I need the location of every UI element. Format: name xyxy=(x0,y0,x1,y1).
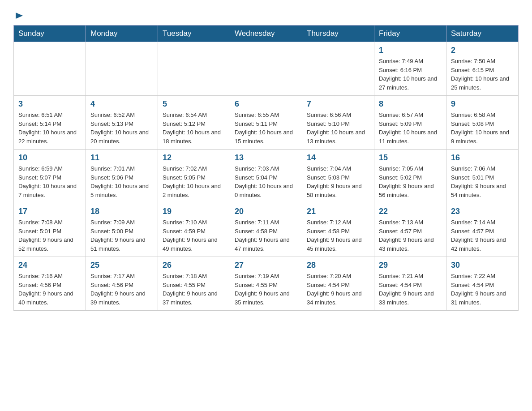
day-info: Sunrise: 7:16 AM Sunset: 4:56 PM Dayligh… xyxy=(18,272,81,307)
calendar-day-cell: 9Sunrise: 6:58 AM Sunset: 5:08 PM Daylig… xyxy=(446,96,519,150)
day-number: 17 xyxy=(18,207,81,216)
calendar-day-cell: 6Sunrise: 6:55 AM Sunset: 5:11 PM Daylig… xyxy=(230,96,302,150)
day-number: 20 xyxy=(235,207,297,216)
calendar-day-cell: 25Sunrise: 7:17 AM Sunset: 4:56 PM Dayli… xyxy=(86,257,158,311)
day-info: Sunrise: 7:10 AM Sunset: 4:59 PM Dayligh… xyxy=(163,218,225,253)
day-number: 1 xyxy=(379,46,442,55)
day-number: 7 xyxy=(307,99,369,109)
day-info: Sunrise: 7:20 AM Sunset: 4:54 PM Dayligh… xyxy=(307,272,369,307)
day-number: 29 xyxy=(379,261,442,270)
calendar-day-cell: 4Sunrise: 6:52 AM Sunset: 5:13 PM Daylig… xyxy=(86,96,158,150)
day-info: Sunrise: 6:54 AM Sunset: 5:12 PM Dayligh… xyxy=(163,111,225,146)
day-number: 23 xyxy=(451,207,514,216)
day-number: 15 xyxy=(379,153,442,163)
day-info: Sunrise: 6:58 AM Sunset: 5:08 PM Dayligh… xyxy=(451,111,514,146)
day-number: 26 xyxy=(163,261,225,270)
calendar-day-cell: 26Sunrise: 7:18 AM Sunset: 4:55 PM Dayli… xyxy=(158,257,230,311)
day-info: Sunrise: 7:08 AM Sunset: 5:01 PM Dayligh… xyxy=(18,218,81,253)
calendar-day-cell: 28Sunrise: 7:20 AM Sunset: 4:54 PM Dayli… xyxy=(302,257,374,311)
logo-arrow-icon xyxy=(15,11,25,21)
day-info: Sunrise: 6:56 AM Sunset: 5:10 PM Dayligh… xyxy=(307,111,369,146)
day-info: Sunrise: 7:06 AM Sunset: 5:01 PM Dayligh… xyxy=(451,164,514,199)
calendar-day-cell: 19Sunrise: 7:10 AM Sunset: 4:59 PM Dayli… xyxy=(158,203,230,257)
day-info: Sunrise: 7:49 AM Sunset: 6:16 PM Dayligh… xyxy=(379,57,442,92)
calendar-header-thursday: Thursday xyxy=(302,26,374,42)
day-number: 24 xyxy=(18,261,81,270)
calendar: SundayMondayTuesdayWednesdayThursdayFrid… xyxy=(13,25,519,311)
calendar-day-cell: 15Sunrise: 7:05 AM Sunset: 5:02 PM Dayli… xyxy=(374,150,446,203)
day-info: Sunrise: 7:18 AM Sunset: 4:55 PM Dayligh… xyxy=(163,272,225,307)
day-info: Sunrise: 7:19 AM Sunset: 4:55 PM Dayligh… xyxy=(235,272,297,307)
day-number: 2 xyxy=(451,46,514,55)
day-number: 27 xyxy=(235,261,297,270)
calendar-header-monday: Monday xyxy=(86,26,158,42)
calendar-day-cell xyxy=(158,42,230,96)
day-number: 9 xyxy=(451,99,514,109)
calendar-day-cell: 12Sunrise: 7:02 AM Sunset: 5:05 PM Dayli… xyxy=(158,150,230,203)
day-number: 16 xyxy=(451,153,514,163)
calendar-day-cell: 22Sunrise: 7:13 AM Sunset: 4:57 PM Dayli… xyxy=(374,203,446,257)
day-info: Sunrise: 7:22 AM Sunset: 4:54 PM Dayligh… xyxy=(451,272,514,307)
day-info: Sunrise: 6:59 AM Sunset: 5:07 PM Dayligh… xyxy=(18,164,81,199)
day-number: 30 xyxy=(451,261,514,270)
day-info: Sunrise: 6:57 AM Sunset: 5:09 PM Dayligh… xyxy=(379,111,442,146)
svg-marker-0 xyxy=(16,13,23,19)
day-info: Sunrise: 7:09 AM Sunset: 5:00 PM Dayligh… xyxy=(90,218,153,253)
logo xyxy=(13,9,25,21)
day-info: Sunrise: 7:11 AM Sunset: 4:58 PM Dayligh… xyxy=(235,218,297,253)
calendar-day-cell xyxy=(14,42,86,96)
calendar-day-cell: 16Sunrise: 7:06 AM Sunset: 5:01 PM Dayli… xyxy=(446,150,519,203)
day-number: 8 xyxy=(379,99,442,109)
day-info: Sunrise: 7:02 AM Sunset: 5:05 PM Dayligh… xyxy=(163,164,225,199)
calendar-day-cell xyxy=(302,42,374,96)
calendar-day-cell: 8Sunrise: 6:57 AM Sunset: 5:09 PM Daylig… xyxy=(374,96,446,150)
calendar-header-wednesday: Wednesday xyxy=(230,26,302,42)
day-number: 13 xyxy=(235,153,297,163)
calendar-day-cell: 21Sunrise: 7:12 AM Sunset: 4:58 PM Dayli… xyxy=(302,203,374,257)
calendar-day-cell: 14Sunrise: 7:04 AM Sunset: 5:03 PM Dayli… xyxy=(302,150,374,203)
day-number: 21 xyxy=(307,207,369,216)
day-info: Sunrise: 7:12 AM Sunset: 4:58 PM Dayligh… xyxy=(307,218,369,253)
day-number: 28 xyxy=(307,261,369,270)
calendar-header-saturday: Saturday xyxy=(446,26,519,42)
calendar-day-cell: 7Sunrise: 6:56 AM Sunset: 5:10 PM Daylig… xyxy=(302,96,374,150)
day-info: Sunrise: 7:50 AM Sunset: 6:15 PM Dayligh… xyxy=(451,57,514,92)
calendar-day-cell xyxy=(86,42,158,96)
day-number: 6 xyxy=(235,99,297,109)
calendar-header-tuesday: Tuesday xyxy=(158,26,230,42)
calendar-day-cell xyxy=(230,42,302,96)
calendar-day-cell: 13Sunrise: 7:03 AM Sunset: 5:04 PM Dayli… xyxy=(230,150,302,203)
calendar-day-cell: 11Sunrise: 7:01 AM Sunset: 5:06 PM Dayli… xyxy=(86,150,158,203)
calendar-week-row: 3Sunrise: 6:51 AM Sunset: 5:14 PM Daylig… xyxy=(14,96,519,150)
day-info: Sunrise: 7:03 AM Sunset: 5:04 PM Dayligh… xyxy=(235,164,297,199)
calendar-day-cell: 30Sunrise: 7:22 AM Sunset: 4:54 PM Dayli… xyxy=(446,257,519,311)
calendar-header-sunday: Sunday xyxy=(14,26,86,42)
calendar-header-row: SundayMondayTuesdayWednesdayThursdayFrid… xyxy=(14,26,519,42)
calendar-day-cell: 17Sunrise: 7:08 AM Sunset: 5:01 PM Dayli… xyxy=(14,203,86,257)
calendar-header-friday: Friday xyxy=(374,26,446,42)
calendar-week-row: 1Sunrise: 7:49 AM Sunset: 6:16 PM Daylig… xyxy=(14,42,519,96)
day-number: 19 xyxy=(163,207,225,216)
day-info: Sunrise: 7:21 AM Sunset: 4:54 PM Dayligh… xyxy=(379,272,442,307)
day-info: Sunrise: 7:17 AM Sunset: 4:56 PM Dayligh… xyxy=(90,272,153,307)
day-number: 25 xyxy=(90,261,153,270)
day-number: 12 xyxy=(163,153,225,163)
day-info: Sunrise: 7:14 AM Sunset: 4:57 PM Dayligh… xyxy=(451,218,514,253)
calendar-week-row: 10Sunrise: 6:59 AM Sunset: 5:07 PM Dayli… xyxy=(14,150,519,203)
day-number: 11 xyxy=(90,153,153,163)
day-number: 4 xyxy=(90,99,153,109)
calendar-day-cell: 27Sunrise: 7:19 AM Sunset: 4:55 PM Dayli… xyxy=(230,257,302,311)
day-number: 5 xyxy=(163,99,225,109)
calendar-day-cell: 3Sunrise: 6:51 AM Sunset: 5:14 PM Daylig… xyxy=(14,96,86,150)
day-number: 14 xyxy=(307,153,369,163)
calendar-day-cell: 5Sunrise: 6:54 AM Sunset: 5:12 PM Daylig… xyxy=(158,96,230,150)
day-info: Sunrise: 7:01 AM Sunset: 5:06 PM Dayligh… xyxy=(90,164,153,199)
calendar-day-cell: 10Sunrise: 6:59 AM Sunset: 5:07 PM Dayli… xyxy=(14,150,86,203)
day-info: Sunrise: 7:04 AM Sunset: 5:03 PM Dayligh… xyxy=(307,164,369,199)
day-info: Sunrise: 7:05 AM Sunset: 5:02 PM Dayligh… xyxy=(379,164,442,199)
calendar-week-row: 17Sunrise: 7:08 AM Sunset: 5:01 PM Dayli… xyxy=(14,203,519,257)
day-info: Sunrise: 7:13 AM Sunset: 4:57 PM Dayligh… xyxy=(379,218,442,253)
day-number: 10 xyxy=(18,153,81,163)
calendar-day-cell: 18Sunrise: 7:09 AM Sunset: 5:00 PM Dayli… xyxy=(86,203,158,257)
day-number: 3 xyxy=(18,99,81,109)
